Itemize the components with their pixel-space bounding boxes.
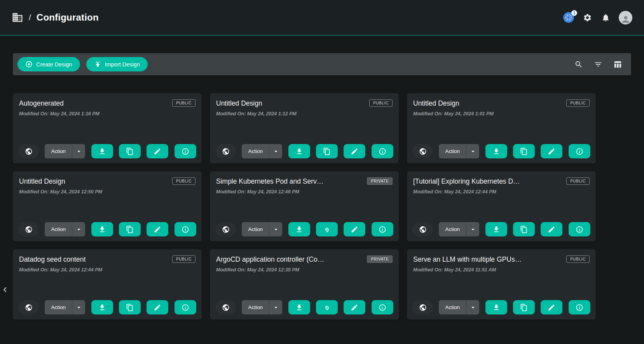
settings-button[interactable]	[582, 12, 593, 23]
action-dropdown-caret[interactable]	[466, 222, 479, 236]
action-button-label[interactable]: Action	[242, 300, 269, 314]
info-button[interactable]	[372, 222, 393, 236]
design-workflow-button[interactable]	[316, 300, 338, 314]
edit-button[interactable]	[541, 222, 562, 236]
download-button[interactable]	[485, 300, 507, 314]
edit-button[interactable]	[147, 144, 168, 158]
action-split-button[interactable]: Action	[242, 144, 282, 158]
clone-button[interactable]	[513, 222, 535, 236]
edit-button[interactable]	[541, 144, 562, 158]
info-icon	[379, 148, 386, 155]
clone-button[interactable]	[119, 300, 141, 314]
visibility-globe-button[interactable]	[215, 300, 236, 314]
design-card: Simple Kubernetes Pod and Serv… PRIVATE …	[210, 171, 399, 241]
info-button[interactable]	[569, 144, 590, 158]
drawer-collapse-button[interactable]	[0, 285, 10, 295]
download-button[interactable]	[288, 300, 310, 314]
organization-building-icon[interactable]	[12, 12, 23, 23]
info-button[interactable]	[569, 222, 590, 236]
visibility-globe-button[interactable]	[18, 144, 39, 158]
card-actions: Action	[412, 222, 590, 236]
download-button[interactable]	[91, 222, 113, 236]
edit-button[interactable]	[147, 222, 168, 236]
action-split-button[interactable]: Action	[45, 300, 85, 314]
clone-button[interactable]	[513, 300, 535, 314]
action-button-label[interactable]: Action	[242, 222, 269, 236]
import-design-button[interactable]: Import Design	[86, 57, 148, 71]
info-button[interactable]	[175, 222, 196, 236]
action-button-label[interactable]: Action	[439, 144, 466, 158]
clone-button[interactable]	[119, 222, 141, 236]
modified-date: Modified On: May 24, 2024 1:01 PM	[413, 111, 590, 116]
action-dropdown-caret[interactable]	[269, 300, 282, 314]
clone-button[interactable]	[316, 144, 338, 158]
clone-button[interactable]	[513, 144, 535, 158]
action-button-label[interactable]: Action	[439, 222, 466, 236]
user-avatar[interactable]	[619, 11, 632, 24]
table-view-button[interactable]	[613, 59, 623, 69]
action-button-label[interactable]: Action	[242, 144, 269, 158]
visibility-globe-button[interactable]	[215, 222, 236, 236]
breadcrumb-separator: /	[29, 13, 31, 22]
info-button[interactable]	[372, 300, 393, 314]
notifications-button[interactable]	[600, 12, 611, 23]
copy-icon	[520, 148, 528, 155]
clone-button[interactable]	[119, 144, 141, 158]
visibility-globe-button[interactable]	[18, 300, 39, 314]
action-button-label[interactable]: Action	[45, 300, 72, 314]
design-card: Untitled Design PUBLIC Modified On: May …	[13, 171, 202, 241]
download-icon	[98, 304, 106, 311]
action-button-label[interactable]: Action	[439, 300, 466, 314]
download-button[interactable]	[485, 222, 507, 236]
edit-button[interactable]	[344, 300, 365, 314]
download-icon	[295, 148, 303, 155]
action-split-button[interactable]: Action	[439, 300, 479, 314]
action-split-button[interactable]: Action	[242, 222, 282, 236]
visibility-globe-button[interactable]	[215, 144, 236, 158]
visibility-badge: PRIVATE	[367, 255, 393, 263]
caret-down-icon	[272, 148, 279, 155]
info-button[interactable]	[372, 144, 393, 158]
visibility-globe-button[interactable]	[412, 222, 433, 236]
edit-button[interactable]	[344, 144, 365, 158]
action-split-button[interactable]: Action	[439, 222, 479, 236]
download-button[interactable]	[91, 144, 113, 158]
action-dropdown-caret[interactable]	[466, 144, 479, 158]
download-button[interactable]	[288, 222, 310, 236]
globe-icon	[25, 148, 33, 155]
design-workflow-button[interactable]	[316, 222, 338, 236]
download-button[interactable]	[485, 144, 507, 158]
edit-button[interactable]	[147, 300, 168, 314]
action-dropdown-caret[interactable]	[269, 144, 282, 158]
header-actions: 1	[563, 11, 632, 24]
info-button[interactable]	[175, 144, 196, 158]
search-button[interactable]	[574, 59, 584, 69]
edit-button[interactable]	[541, 300, 562, 314]
action-split-button[interactable]: Action	[45, 222, 85, 236]
action-dropdown-caret[interactable]	[466, 300, 479, 314]
toolbar-view-controls	[574, 59, 627, 69]
action-split-button[interactable]: Action	[242, 300, 282, 314]
action-split-button[interactable]: Action	[45, 144, 85, 158]
action-dropdown-caret[interactable]	[72, 144, 85, 158]
person-icon	[621, 14, 631, 24]
action-dropdown-caret[interactable]	[72, 222, 85, 236]
edit-button[interactable]	[344, 222, 365, 236]
action-button-label[interactable]: Action	[45, 222, 72, 236]
create-design-button[interactable]: Create Design	[17, 57, 80, 71]
info-button[interactable]	[175, 300, 196, 314]
action-button-label[interactable]: Action	[45, 144, 72, 158]
meshery-cloud-icon[interactable]: 1	[563, 12, 574, 23]
action-split-button[interactable]: Action	[439, 144, 479, 158]
info-button[interactable]	[569, 300, 590, 314]
action-dropdown-caret[interactable]	[269, 222, 282, 236]
filter-button[interactable]	[593, 59, 603, 69]
design-card: Datadog seed content PUBLIC Modified On:…	[13, 249, 202, 320]
design-title: Untitled Design	[413, 99, 459, 108]
visibility-globe-button[interactable]	[18, 222, 39, 236]
visibility-globe-button[interactable]	[412, 300, 433, 314]
action-dropdown-caret[interactable]	[72, 300, 85, 314]
visibility-globe-button[interactable]	[412, 144, 433, 158]
download-button[interactable]	[91, 300, 113, 314]
download-button[interactable]	[288, 144, 310, 158]
